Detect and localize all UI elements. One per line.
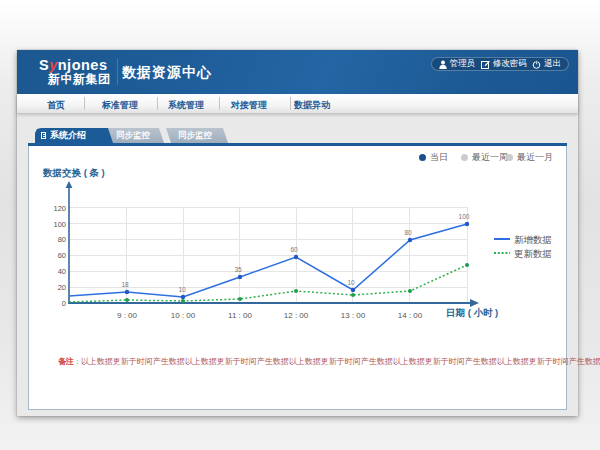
- svg-text:100: 100: [459, 213, 470, 220]
- svg-text:35: 35: [234, 266, 242, 273]
- svg-text:100: 100: [53, 220, 66, 229]
- svg-text:60: 60: [58, 251, 66, 260]
- svg-text:11 : 00: 11 : 00: [228, 311, 252, 320]
- svg-text:日期 ( 小时 ): 日期 ( 小时 ): [446, 307, 498, 318]
- svg-text:18: 18: [121, 281, 129, 288]
- svg-text:40: 40: [58, 267, 66, 276]
- svg-text:9 : 00: 9 : 00: [117, 311, 138, 320]
- svg-text:10: 10: [178, 286, 186, 293]
- svg-text:新增数据: 新增数据: [514, 234, 552, 245]
- svg-text:60: 60: [290, 246, 298, 253]
- svg-text:80: 80: [58, 235, 66, 244]
- svg-text:14 : 00: 14 : 00: [398, 311, 423, 320]
- svg-text:80: 80: [404, 229, 412, 236]
- svg-text:更新数据: 更新数据: [514, 248, 552, 259]
- svg-text:10 : 00: 10 : 00: [171, 311, 196, 320]
- svg-text:13 : 00: 13 : 00: [341, 311, 366, 320]
- svg-text:0: 0: [62, 299, 66, 308]
- svg-text:12 : 00: 12 : 00: [284, 311, 309, 320]
- svg-text:10: 10: [347, 279, 355, 286]
- svg-text:20: 20: [58, 283, 66, 292]
- svg-text:120: 120: [53, 204, 66, 213]
- svg-text:数据交换 ( 条 ): 数据交换 ( 条 ): [42, 167, 105, 178]
